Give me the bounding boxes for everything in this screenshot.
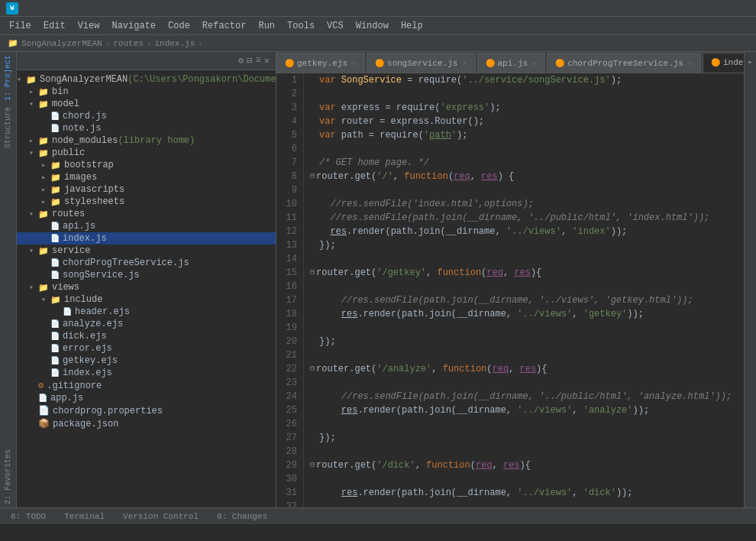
collapse-icon[interactable]: ⊟ [247,55,252,66]
tab-close-api[interactable]: ✕ [532,59,537,68]
close-icon[interactable]: ✕ [264,55,270,66]
menu-run[interactable]: Run [252,19,281,33]
tree-label: api.js [63,221,95,232]
right-icon-1[interactable]: ▸ [748,57,752,66]
tree-item-error-ejs[interactable]: ▸📄error.ejs [17,342,276,355]
tree-item-index-js[interactable]: ▸📄index.js [17,232,276,245]
tree-item-bootstrap[interactable]: ▸📁bootstrap [17,159,276,171]
tab-close-getkey[interactable]: ✕ [352,59,357,68]
tree-item-routes[interactable]: ▾📁routes [17,208,276,220]
folder-icon: 📁 [50,185,61,195]
bottom-tab-terminal[interactable]: Terminal [60,510,109,523]
breadcrumb-routes[interactable]: routes [113,39,144,48]
tab-chordprog[interactable]: 🟠 chordProgTreeService.js ✕ [547,53,701,73]
tree-label: chord.js [63,111,107,121]
left-sidebar-tabs: 1: Project Structure 2: Favorites [0,52,17,507]
tree-label: images [64,172,97,183]
line-number-22: 22 [283,362,297,376]
tree-label: analyze.ejs [63,319,123,329]
menu-file[interactable]: File [3,19,37,33]
tree-item-stylesheets[interactable]: ▸📁stylesheets [17,196,276,208]
menu-help[interactable]: Help [395,19,429,33]
settings-icon[interactable]: ≡ [256,55,261,66]
breadcrumb-root[interactable]: SongAnalyzerMEAN [21,39,102,48]
code-line-28 [310,445,738,458]
bottom-tab-vcs[interactable]: Version Control [118,510,203,523]
menu-view[interactable]: View [72,19,106,33]
tab-index-ejs[interactable]: 🟠 index.ejs ✕ [703,53,744,73]
tree-item-getkey-ejs[interactable]: ▸📄getkey.ejs [17,355,276,367]
breadcrumb-file[interactable]: index.js [154,39,195,48]
tab-api[interactable]: 🟠 api.js ✕ [477,53,546,73]
line-number-29: 29 [283,458,297,472]
tree-label: SongAnalyzerMEAN [40,74,128,85]
tree-item--gitignore[interactable]: ▸⚙.gitignore [17,379,276,392]
tab-close-chordprog[interactable]: ✕ [688,59,693,68]
tab-getkey-ejs[interactable]: 🟠 getkey.ejs ✕ [276,53,365,73]
tree-label: dick.ejs [63,331,107,342]
line-number-1: 1 [283,73,297,87]
menu-vcs[interactable]: VCS [321,19,350,33]
tree-item-images[interactable]: ▸📁images [17,171,276,183]
sidebar-tab-project[interactable]: 1: Project [2,52,14,104]
editor-content[interactable]: 1234567891011121314151617181920212223242… [276,73,744,507]
tree-item-chordprog-properties[interactable]: ▸📄chordprog.properties [17,404,276,417]
tree-item-api-js[interactable]: ▸📄api.js [17,220,276,232]
tree-item-app-js[interactable]: ▸📄app.js [17,392,276,404]
tree-item-model[interactable]: ▾📁model [17,98,276,110]
tree-label: routes [52,209,85,219]
tab-label-chordprog: chordProgTreeService.js [567,59,683,68]
file-icon: 📦 [38,418,50,429]
sidebar-tab-favorites[interactable]: 2: Favorites [2,446,14,507]
tree-item-index-ejs[interactable]: ▸📄index.ejs [17,367,276,379]
tree-item-analyze-ejs[interactable]: ▸📄analyze.ejs [17,318,276,330]
tree-item-note-js[interactable]: ▸📄note.js [17,122,276,134]
tree-item-views[interactable]: ▾📁views [17,281,276,293]
file-icon: ⚙ [38,380,44,391]
file-icon: 📄 [50,368,60,377]
tree-label: note.js [63,123,101,134]
fold-icon-15[interactable]: ⊟ [310,266,315,280]
tree-extra: (library home) [118,135,195,146]
tree-item-songservice-js[interactable]: ▸📄songService.js [17,269,276,281]
fold-icon-22[interactable]: ⊟ [310,362,315,376]
breadcrumb-arrow: › [198,39,203,48]
tree-item-package-json[interactable]: ▸📦package.json [17,417,276,430]
breadcrumb-sep2: › [147,39,152,48]
line-number-6: 6 [283,142,297,156]
tree-item-service[interactable]: ▾📁service [17,245,276,257]
menu-code[interactable]: Code [162,19,196,33]
menu-edit[interactable]: Edit [37,19,72,33]
menu-refactor[interactable]: Refactor [196,19,253,33]
tree-item-dick-ejs[interactable]: ▸📄dick.ejs [17,330,276,342]
tree-item-chordprogtreeservice-js[interactable]: ▸📄chordProgTreeService.js [17,257,276,269]
tab-close-songservice[interactable]: ✕ [462,59,467,68]
tree-item-include[interactable]: ▾📁include [17,293,276,306]
tree-label: node_modules [52,135,118,146]
bottom-tab-todo[interactable]: 6: TODO [6,510,50,523]
menu-tools[interactable]: Tools [281,19,321,33]
fold-icon-29[interactable]: ⊟ [310,458,315,472]
bottom-tab-changes[interactable]: 9: Changes [212,510,272,523]
tree-item-javascripts[interactable]: ▸📁javascripts [17,183,276,196]
tree-item-node-modules[interactable]: ▸📁node_modules (library home) [17,134,276,147]
tree-item-chord-js[interactable]: ▸📄chord.js [17,110,276,122]
tree-item-public[interactable]: ▾📁public [17,147,276,159]
gear-icon[interactable]: ⚙ [238,55,244,66]
line-number-30: 30 [283,472,297,486]
tree-item-songanalyzermean[interactable]: ▾📁SongAnalyzerMEAN (C:\Users\Pongsakorn\… [17,73,276,86]
fold-icon-8[interactable]: ⊟ [310,170,315,183]
bottom-tab-vcs-label: Version Control [123,512,199,521]
code-area[interactable]: var SongService = require('../service/so… [304,73,744,507]
tab-icon-api: 🟠 [486,59,495,68]
code-line-23 [310,376,738,390]
tab-songservice[interactable]: 🟠 songService.js ✕ [367,53,475,73]
sidebar-tab-structure[interactable]: Structure [2,104,14,151]
tree-item-header-ejs[interactable]: ▸📄header.ejs [17,306,276,318]
menu-window[interactable]: Window [350,19,395,33]
menu-navigate[interactable]: Navigate [105,19,162,33]
tree-extra: (C:\Users\Pongsakorn\Docume... [128,74,276,85]
tree-item-bin[interactable]: ▸📁bin [17,86,276,98]
code-line-10: //res.sendFile('index.html',options); [310,197,738,211]
line-number-11: 11 [283,211,297,225]
